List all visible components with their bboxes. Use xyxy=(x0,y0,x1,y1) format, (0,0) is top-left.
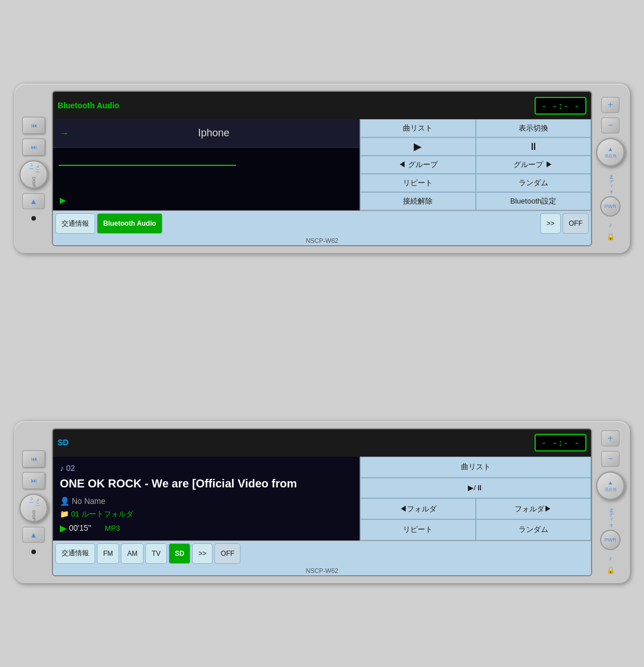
screen-body-1: → Iphone ▶ 曲リスト 表示切換 ▶ ⏸ ◀ グループ グループ ▶ リ… xyxy=(53,119,591,210)
lock-icon-1: 🔒 xyxy=(606,233,615,241)
off-tab-1[interactable]: OFF xyxy=(563,213,589,234)
folder-row-2: 📁 01 ルートフォルダ xyxy=(60,509,353,519)
artist-name-2: No Name xyxy=(72,497,105,506)
bottom-bar-2: 交通情報 FM AM TV SD >> OFF xyxy=(53,540,591,566)
menu-btn-2[interactable]: メニュー DISP xyxy=(19,494,48,522)
left-controls-1: ⏮ ⏭ メニュー DISP ▲ xyxy=(19,117,48,221)
minus-btn-2[interactable]: － xyxy=(601,451,619,467)
play-btn-1[interactable]: ▶ xyxy=(360,137,475,156)
skip-next-btn-1[interactable]: ⏭ xyxy=(22,139,45,156)
traffic-tab-2[interactable]: 交通情報 xyxy=(55,543,95,564)
folder-next-btn-2[interactable]: フォルダ▶ xyxy=(476,498,591,519)
audio-label-2: オーディオ xyxy=(608,505,614,525)
track-list-btn-1[interactable]: 曲リスト xyxy=(360,119,475,137)
skip-next-btn-2[interactable]: ⏭ xyxy=(22,472,45,489)
aux-port-1 xyxy=(31,216,36,221)
bottom-bar-1: 交通情報 Bluetooth Audio >> OFF xyxy=(53,210,591,236)
display-top-1: → Iphone xyxy=(53,119,360,148)
artist-2: 👤 No Name xyxy=(60,497,353,506)
skip-prev-btn-1[interactable]: ⏮ xyxy=(22,117,45,134)
home-btn-1[interactable]: ▲現在地 xyxy=(596,138,625,166)
time-display-1: - -:- - xyxy=(535,97,586,115)
home-label-2: ▲現在地 xyxy=(605,479,617,492)
elapsed-2: 00'15" xyxy=(69,523,91,532)
controls-panel-2: 曲リスト ▶/⏸ ◀フォルダ フォルダ▶ リピート ランダム xyxy=(360,457,591,540)
sd-tab-2[interactable]: SD xyxy=(169,543,191,564)
footer-label-1: NSCP-W62 xyxy=(53,236,591,245)
screen-2: SD - -:- - ♪ 02 ONE OK ROCK - We are [Of… xyxy=(52,428,592,576)
track-title-2: ONE OK ROCK - We are [Official Video fro… xyxy=(60,476,353,491)
aux-port-2 xyxy=(31,550,36,554)
display-main-1 xyxy=(53,148,360,210)
folder-name-2: ルートフォルダ xyxy=(81,510,133,518)
sd-display-panel-2: ♪ 02 ONE OK ROCK - We are [Official Vide… xyxy=(53,457,360,540)
home-label-1: ▲現在地 xyxy=(605,146,617,158)
format-2: MP3 xyxy=(105,524,120,532)
group-prev-btn-1[interactable]: ◀ グループ xyxy=(360,156,475,174)
folder-num-2: 01 xyxy=(71,510,79,518)
device-name-1: Iphone xyxy=(75,127,353,139)
screen-header-2: SD - -:- - xyxy=(53,429,591,457)
source-label-1: Bluetooth Audio xyxy=(58,101,119,111)
repeat-btn-1[interactable]: リピート xyxy=(360,174,475,192)
audio-label-1: オーディオ xyxy=(608,171,614,192)
off-tab-2[interactable]: OFF xyxy=(214,543,241,564)
eject-btn-1[interactable]: ▲ xyxy=(22,193,45,209)
menu-label-1: メニュー xyxy=(27,161,40,176)
time-display-2: - -:- - xyxy=(535,434,586,452)
left-controls-2: ⏮ ⏭ メニュー DISP ▲ xyxy=(19,450,48,554)
home-btn-2[interactable]: ▲現在地 xyxy=(596,471,625,500)
folder-prev-btn-2[interactable]: ◀フォルダ xyxy=(360,498,475,519)
right-controls-2: + － ▲現在地 オーディオ PWR ♪ 🔒 xyxy=(596,430,625,574)
eject-btn-2[interactable]: ▲ xyxy=(22,527,45,543)
footer-label-2: NSCP-W62 xyxy=(53,566,591,575)
random-btn-1[interactable]: ランダム xyxy=(476,174,591,192)
menu-btn-1[interactable]: メニュー DISP xyxy=(19,160,48,189)
unit-1: ⏮ ⏭ メニュー DISP ▲ Bluetooth Audio - -:- - … xyxy=(14,84,630,253)
progress-bar-1 xyxy=(59,165,236,166)
pause-btn-1[interactable]: ⏸ xyxy=(476,137,591,156)
unit-2: ⏮ ⏭ メニュー DISP ▲ SD - -:- - ♪ 02 ONE OK R… xyxy=(14,421,630,583)
play-icon-small-2: ▶ xyxy=(60,523,67,534)
time-row-2: ▶ 00'15" MP3 xyxy=(60,523,353,534)
lock-icon-2: 🔒 xyxy=(606,566,615,574)
fm-tab-2[interactable]: FM xyxy=(97,543,119,564)
track-num-2: ♪ 02 xyxy=(60,463,353,473)
person-icon-2: 👤 xyxy=(60,497,72,506)
source-label-2: SD xyxy=(58,438,68,448)
plus-btn-1[interactable]: + xyxy=(601,97,619,113)
play-indicator-1: ▶ xyxy=(60,196,66,205)
menu-label-2: メニュー xyxy=(27,495,40,509)
screen-body-2: ♪ 02 ONE OK ROCK - We are [Official Vide… xyxy=(53,457,591,540)
folder-icon-2: 📁 xyxy=(60,510,71,518)
disp-label-1: DISP xyxy=(31,177,36,188)
music-icon-1: ♪ xyxy=(609,221,612,228)
am-tab-2[interactable]: AM xyxy=(121,543,144,564)
disconnect-btn-1[interactable]: 接続解除 xyxy=(360,192,475,210)
track-list-btn-2[interactable]: 曲リスト xyxy=(360,457,591,478)
right-controls-1: + － ▲現在地 オーディオ PWR ♪ 🔒 xyxy=(596,97,625,241)
pwr-btn-1[interactable]: PWR xyxy=(600,196,621,217)
skip-prev-btn-2[interactable]: ⏮ xyxy=(22,450,45,467)
pwr-btn-2[interactable]: PWR xyxy=(600,530,621,550)
tv-tab-2[interactable]: TV xyxy=(145,543,166,564)
screen-header-1: Bluetooth Audio - -:- - xyxy=(53,92,591,119)
random-btn-2[interactable]: ランダム xyxy=(476,519,591,540)
music-icon-2: ♪ xyxy=(609,555,612,562)
group-next-btn-1[interactable]: グループ ▶ xyxy=(476,156,591,174)
play-pause-btn-2[interactable]: ▶/⏸ xyxy=(360,478,591,499)
forward-tab-2[interactable]: >> xyxy=(192,543,213,564)
bt-audio-tab-1[interactable]: Bluetooth Audio xyxy=(97,213,162,234)
arrow-icon-1: → xyxy=(60,128,69,139)
controls-panel-1: 曲リスト 表示切換 ▶ ⏸ ◀ グループ グループ ▶ リピート ランダム 接続… xyxy=(360,119,591,210)
traffic-tab-1[interactable]: 交通情報 xyxy=(55,213,95,234)
bt-settings-btn-1[interactable]: Bluetooth設定 xyxy=(476,192,591,210)
display-panel-1: → Iphone ▶ xyxy=(53,119,360,210)
plus-btn-2[interactable]: + xyxy=(601,430,619,446)
screen-1: Bluetooth Audio - -:- - → Iphone ▶ 曲リスト … xyxy=(52,91,592,246)
disp-label-2: DISP xyxy=(31,510,36,521)
repeat-btn-2[interactable]: リピート xyxy=(360,519,475,540)
display-switch-btn-1[interactable]: 表示切換 xyxy=(476,119,591,137)
minus-btn-1[interactable]: － xyxy=(601,117,619,133)
forward-tab-1[interactable]: >> xyxy=(540,213,561,234)
